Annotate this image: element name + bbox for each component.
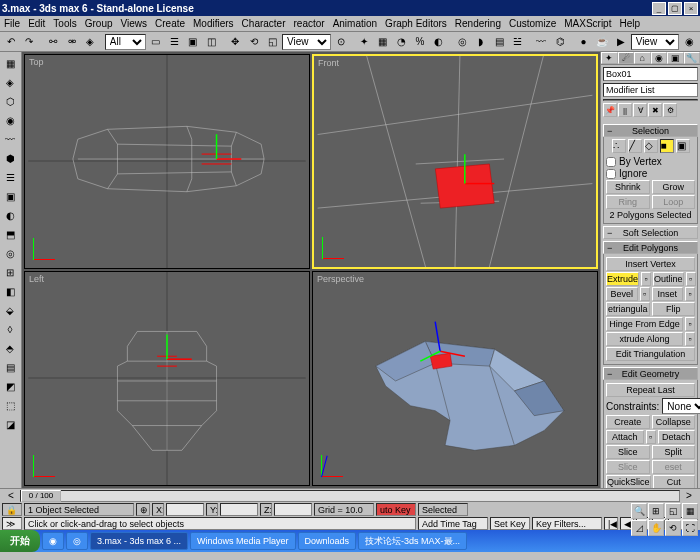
time-prev-button[interactable]: < bbox=[4, 490, 18, 502]
lock-icon[interactable]: 🔒 bbox=[2, 503, 22, 516]
stack-meshsmooth[interactable]: MeshSmooth bbox=[604, 100, 697, 101]
menu-edit[interactable]: Edit bbox=[28, 18, 45, 29]
inset-button[interactable]: Inset bbox=[652, 287, 684, 301]
split-button[interactable]: Split bbox=[652, 445, 696, 459]
render-button[interactable]: ◉ bbox=[680, 33, 698, 51]
tab-tool-8[interactable]: ▣ bbox=[1, 187, 19, 205]
unlink-button[interactable]: ⚮ bbox=[63, 33, 81, 51]
setkey-button[interactable]: Set Key bbox=[490, 517, 530, 530]
percentsnap-button[interactable]: % bbox=[411, 33, 429, 51]
insert-vertex-button[interactable]: Insert Vertex bbox=[606, 257, 695, 271]
shrink-button[interactable]: Shrink bbox=[606, 180, 650, 194]
center-button[interactable]: ⊙ bbox=[332, 33, 350, 51]
play-start-button[interactable]: |◀ bbox=[604, 517, 618, 530]
rollout-soft-selection[interactable]: Soft Selection bbox=[603, 226, 698, 239]
menu-modifiers[interactable]: Modifiers bbox=[193, 18, 234, 29]
named-sel-button[interactable]: ◎ bbox=[453, 33, 471, 51]
coord-icon[interactable]: ⊕ bbox=[136, 503, 150, 516]
layers-button[interactable]: ☱ bbox=[509, 33, 527, 51]
modifier-list-dropdown[interactable]: Modifier List bbox=[603, 83, 698, 97]
maximize-viewport-button[interactable]: ⛶ bbox=[682, 520, 698, 536]
menu-help[interactable]: Help bbox=[619, 18, 640, 29]
spinnersnap-button[interactable]: ◐ bbox=[430, 33, 448, 51]
material-button[interactable]: ● bbox=[575, 33, 593, 51]
redo-button[interactable]: ↷ bbox=[21, 33, 39, 51]
quickslice-button[interactable]: QuickSlice bbox=[606, 475, 651, 488]
menu-views[interactable]: Views bbox=[121, 18, 148, 29]
tab-tool-20[interactable]: ◪ bbox=[1, 415, 19, 433]
edit-tri-button[interactable]: Edit Triangulation bbox=[606, 347, 695, 361]
tab-tool-7[interactable]: ☰ bbox=[1, 168, 19, 186]
stack-remove-button[interactable]: ✖ bbox=[648, 103, 662, 117]
curve-editor-button[interactable]: 〰 bbox=[533, 33, 551, 51]
quick-render-button[interactable]: ▶ bbox=[612, 33, 630, 51]
inset-settings-button[interactable]: ▫ bbox=[685, 287, 695, 301]
flip-button[interactable]: Flip bbox=[652, 302, 696, 316]
hinge-settings-button[interactable]: ▫ bbox=[685, 317, 695, 331]
zoom-button[interactable]: 🔍 bbox=[631, 503, 647, 519]
select-region-button[interactable]: ▣ bbox=[184, 33, 202, 51]
stack-show-button[interactable]: || bbox=[618, 103, 632, 117]
move-button[interactable]: ✥ bbox=[226, 33, 244, 51]
subobj-border-icon[interactable]: ◇ bbox=[644, 139, 658, 153]
tab-hierarchy[interactable]: ⌂ bbox=[634, 52, 651, 64]
tab-tool-2[interactable]: ◈ bbox=[1, 73, 19, 91]
keyfilters-button[interactable]: Key Filters... bbox=[532, 517, 602, 530]
quick-launch-2[interactable]: ◎ bbox=[66, 532, 88, 550]
grow-button[interactable]: Grow bbox=[652, 180, 696, 194]
schematic-button[interactable]: ⌬ bbox=[551, 33, 569, 51]
slice-button[interactable]: Slice bbox=[606, 460, 650, 474]
refsys-dropdown[interactable]: View bbox=[282, 34, 331, 50]
subobj-vertex-icon[interactable]: ∴ bbox=[612, 139, 626, 153]
tab-tool-13[interactable]: ◧ bbox=[1, 282, 19, 300]
stack-pin-button[interactable]: 📌 bbox=[603, 103, 617, 117]
render-scene-button[interactable]: ☕ bbox=[593, 33, 611, 51]
tab-tool-19[interactable]: ⬚ bbox=[1, 396, 19, 414]
quick-launch-1[interactable]: ◉ bbox=[42, 532, 64, 550]
rollout-edit-geometry[interactable]: Edit Geometry bbox=[603, 367, 698, 380]
menu-animation[interactable]: Animation bbox=[333, 18, 377, 29]
autokey-button[interactable]: uto Key bbox=[376, 503, 416, 516]
task-3dsmax[interactable]: 3.max - 3ds max 6 ... bbox=[90, 532, 188, 550]
repeat-button[interactable]: Repeat Last bbox=[606, 383, 695, 397]
tab-tool-17[interactable]: ▤ bbox=[1, 358, 19, 376]
menu-character[interactable]: Character bbox=[242, 18, 286, 29]
pan-button[interactable]: ✋ bbox=[648, 520, 664, 536]
manipulate-button[interactable]: ✦ bbox=[355, 33, 373, 51]
menu-maxscript[interactable]: MAXScript bbox=[564, 18, 611, 29]
orbit-button[interactable]: ⟲ bbox=[665, 520, 681, 536]
outline-button[interactable]: Outline bbox=[653, 272, 684, 286]
tab-tool-14[interactable]: ⬙ bbox=[1, 301, 19, 319]
viewport-top[interactable]: Top bbox=[24, 54, 310, 269]
loop-button[interactable]: Loop bbox=[652, 195, 696, 209]
extrude-spline-settings-button[interactable]: ▫ bbox=[685, 332, 695, 346]
tab-tool-10[interactable]: ⬒ bbox=[1, 225, 19, 243]
subobj-edge-icon[interactable]: ╱ bbox=[628, 139, 642, 153]
by-vertex-checkbox[interactable] bbox=[606, 157, 616, 167]
zoom-extents-all-button[interactable]: ▦ bbox=[682, 503, 698, 519]
rollout-selection[interactable]: Selection bbox=[603, 124, 698, 137]
time-slider[interactable]: < 0 / 100 > bbox=[0, 489, 700, 503]
viewport-perspective[interactable]: Perspective bbox=[312, 271, 598, 486]
stack-unique-button[interactable]: ∀ bbox=[633, 103, 647, 117]
tab-display[interactable]: ▣ bbox=[667, 52, 684, 64]
viewport-left[interactable]: Left bbox=[24, 271, 310, 486]
create-button[interactable]: Create bbox=[606, 415, 650, 429]
menu-reactor[interactable]: reactor bbox=[294, 18, 325, 29]
tab-tool-16[interactable]: ⬘ bbox=[1, 339, 19, 357]
x-field[interactable] bbox=[166, 503, 204, 516]
select-name-button[interactable]: ☰ bbox=[165, 33, 183, 51]
task-wmp[interactable]: Windows Media Player bbox=[190, 532, 296, 550]
undo-button[interactable]: ↶ bbox=[2, 33, 20, 51]
script-icon[interactable]: ≫ bbox=[2, 517, 22, 530]
extrude-settings-button[interactable]: ▫ bbox=[641, 272, 651, 286]
anglesnap-button[interactable]: ◔ bbox=[393, 33, 411, 51]
rollout-edit-polygons[interactable]: Edit Polygons bbox=[603, 241, 698, 254]
z-field[interactable] bbox=[274, 503, 312, 516]
tab-tool-18[interactable]: ◩ bbox=[1, 377, 19, 395]
y-field[interactable] bbox=[220, 503, 258, 516]
align-button[interactable]: ▤ bbox=[491, 33, 509, 51]
bevel-settings-button[interactable]: ▫ bbox=[640, 287, 650, 301]
cut-button[interactable]: Cut bbox=[653, 475, 695, 488]
minimize-button[interactable]: _ bbox=[652, 2, 666, 15]
